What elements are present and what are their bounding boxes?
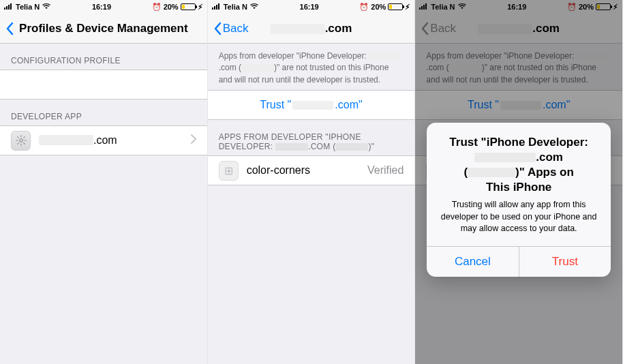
- developer-app-label: .com: [39, 134, 117, 147]
- app-name: color-corners: [247, 164, 310, 177]
- battery-icon: [388, 3, 403, 10]
- section-header-config: CONFIGURATION PROFILE: [0, 44, 207, 70]
- signal-icon: [4, 3, 14, 11]
- redacted-text: [292, 101, 333, 110]
- status-time: 16:19: [92, 3, 111, 11]
- redacted-text: [39, 135, 93, 145]
- screen-trust-alert: Telia N 16:19 ⏰ 20% ⚡︎ Back .com Apps fr…: [415, 0, 623, 364]
- redacted-text: [474, 153, 536, 162]
- redacted-text: [468, 168, 515, 177]
- wifi-icon: [42, 3, 51, 11]
- section-header-devapp: DEVELOPER APP: [0, 100, 207, 125]
- charging-icon: ⚡︎: [405, 3, 410, 12]
- trust-button[interactable]: Trust: [519, 247, 611, 277]
- battery-pct: 20%: [371, 3, 386, 11]
- alert-message: Trusting will allow any app from this de…: [438, 199, 600, 235]
- not-trusted-text: Apps from developer "iPhone Developer: .…: [208, 44, 415, 90]
- gear-icon: [11, 131, 31, 151]
- back-button[interactable]: Back: [213, 22, 249, 35]
- alarm-icon: ⏰: [152, 3, 162, 12]
- chevron-left-icon: [5, 22, 14, 35]
- status-right: ⏰ 20% ⚡︎: [152, 3, 203, 12]
- page-title: Profiles & Device Management: [0, 22, 207, 35]
- developer-app-row[interactable]: .com: [0, 125, 207, 155]
- config-profile-row[interactable]: [0, 70, 207, 100]
- battery-icon: [181, 3, 196, 10]
- cancel-button[interactable]: Cancel: [427, 247, 519, 277]
- app-row[interactable]: ⊞ color-corners Verified: [208, 155, 415, 185]
- charging-icon: ⚡︎: [198, 3, 203, 12]
- carrier-label: Telia N: [224, 3, 247, 11]
- apps-section-header: APPS FROM DEVELOPER "IPHONE DEVELOPER: .…: [208, 120, 415, 155]
- battery-pct: 20%: [164, 3, 179, 11]
- back-label: Back: [223, 22, 249, 35]
- status-bar: Telia N 16:19 ⏰ 20% ⚡︎: [0, 0, 207, 14]
- wifi-icon: [249, 3, 259, 11]
- nav-bar: Back .com: [208, 14, 415, 44]
- screen-profiles: Telia N 16:19 ⏰ 20% ⚡︎ Profiles & Device…: [0, 0, 208, 364]
- signal-icon: [212, 3, 222, 11]
- status-left: Telia N: [4, 3, 51, 11]
- svg-rect-8: [218, 3, 219, 10]
- alert-buttons: Cancel Trust: [427, 246, 611, 277]
- chevron-right-icon: [191, 134, 196, 147]
- screen-developer-detail: Telia N 16:19 ⏰ 20% ⚡︎ Back .com Apps fr…: [208, 0, 416, 364]
- svg-rect-6: [214, 6, 215, 10]
- chevron-left-icon: [213, 22, 222, 35]
- carrier-label: Telia N: [16, 3, 40, 11]
- status-bar: Telia N 16:19 ⏰ 20% ⚡︎: [208, 0, 415, 14]
- svg-rect-3: [10, 3, 12, 10]
- trust-developer-button[interactable]: Trust ".com": [208, 90, 415, 120]
- redacted-text: [241, 64, 274, 72]
- svg-point-4: [19, 139, 22, 142]
- status-time: 16:19: [300, 3, 319, 11]
- svg-rect-0: [4, 7, 5, 10]
- trust-alert: Trust "iPhone Developer: .com ()" Apps o…: [427, 123, 611, 277]
- svg-rect-1: [6, 6, 7, 10]
- svg-rect-7: [216, 5, 217, 10]
- alert-body: Trust "iPhone Developer: .com ()" Apps o…: [427, 123, 611, 246]
- app-status: Verified: [367, 164, 404, 177]
- alert-title: Trust "iPhone Developer: .com ()" Apps o…: [438, 135, 600, 195]
- svg-rect-5: [212, 7, 213, 10]
- back-button[interactable]: [5, 22, 15, 35]
- redacted-text: [271, 24, 325, 34]
- svg-rect-2: [8, 5, 10, 10]
- redacted-text: [369, 52, 401, 60]
- redacted-text: [335, 143, 368, 151]
- alarm-icon: ⏰: [359, 3, 369, 12]
- app-icon: ⊞: [219, 161, 239, 181]
- nav-bar: Profiles & Device Management: [0, 14, 207, 44]
- redacted-text: [275, 143, 308, 151]
